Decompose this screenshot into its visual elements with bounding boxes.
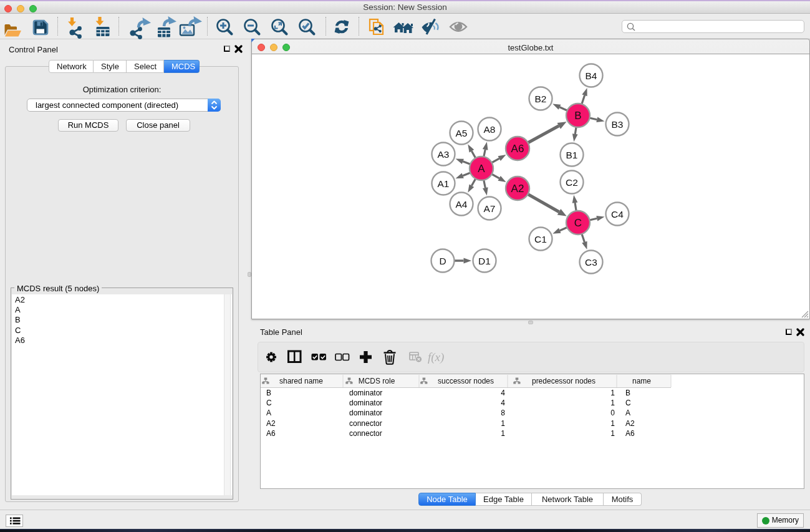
svg-text:MCDS role: MCDS role <box>359 377 395 385</box>
svg-text:C: C <box>574 217 582 229</box>
svg-text:A: A <box>266 409 271 417</box>
svg-text:8: 8 <box>501 409 505 417</box>
svg-text:A7: A7 <box>484 203 496 214</box>
svg-text:C: C <box>266 399 272 407</box>
svg-text:A3: A3 <box>438 149 450 160</box>
svg-text:C3: C3 <box>585 257 597 268</box>
svg-text:dominator: dominator <box>349 389 382 397</box>
svg-text:1: 1 <box>610 419 615 428</box>
svg-text:B4: B4 <box>586 70 597 81</box>
svg-text:B: B <box>266 389 271 397</box>
svg-text:shared name: shared name <box>279 377 323 385</box>
svg-text:1: 1 <box>501 419 505 428</box>
svg-text:B: B <box>625 389 630 397</box>
svg-text:C1: C1 <box>534 234 547 244</box>
svg-text:predecessor nodes: predecessor nodes <box>532 377 595 385</box>
svg-text:dominator: dominator <box>349 409 382 417</box>
svg-text:f(x): f(x) <box>428 351 444 364</box>
svg-text:4: 4 <box>501 399 505 407</box>
svg-text:A8: A8 <box>484 124 496 135</box>
svg-text:A6: A6 <box>266 429 276 438</box>
svg-text:A2: A2 <box>266 419 276 428</box>
svg-text:B: B <box>574 110 581 122</box>
svg-text:0: 0 <box>610 409 615 417</box>
svg-text:A1: A1 <box>438 178 450 189</box>
svg-text:A: A <box>478 163 485 175</box>
svg-text:successor nodes: successor nodes <box>438 377 494 385</box>
svg-text:connector: connector <box>349 429 382 438</box>
svg-text:dominator: dominator <box>349 399 382 407</box>
svg-text:A2: A2 <box>625 419 635 428</box>
svg-text:B2: B2 <box>535 94 547 104</box>
svg-text:B1: B1 <box>566 150 578 160</box>
svg-text:connector: connector <box>349 419 382 428</box>
svg-text:1: 1 <box>501 429 505 438</box>
svg-text:A2: A2 <box>511 183 524 195</box>
svg-text:B3: B3 <box>612 119 624 130</box>
svg-text:D1: D1 <box>478 256 491 266</box>
svg-text:A: A <box>625 409 630 417</box>
svg-text:1: 1 <box>610 399 615 407</box>
svg-text:1: 1 <box>610 389 615 397</box>
svg-text:C2: C2 <box>566 177 578 188</box>
svg-text:4: 4 <box>501 389 505 397</box>
svg-text:C4: C4 <box>611 209 624 220</box>
svg-text:D: D <box>439 256 446 266</box>
svg-text:1: 1 <box>610 429 615 438</box>
svg-text:A6: A6 <box>625 429 635 438</box>
svg-text:A6: A6 <box>511 143 524 155</box>
svg-text:name: name <box>632 377 651 385</box>
svg-text:A4: A4 <box>456 199 468 210</box>
svg-text:A5: A5 <box>456 128 468 138</box>
svg-text:C: C <box>625 399 631 407</box>
